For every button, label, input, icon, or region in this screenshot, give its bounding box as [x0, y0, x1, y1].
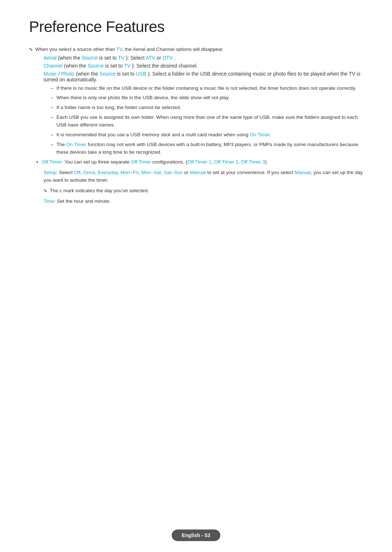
- dash-item-4: – Each USB you use is assigned its own f…: [51, 114, 363, 129]
- channel-text1: (when the: [64, 63, 87, 69]
- bullet-off-timer-text: Off Timer: You can set up three separate…: [42, 158, 267, 166]
- setup-once: Once: [83, 170, 95, 175]
- note1-tv: TV: [116, 47, 122, 52]
- setup-satsun: Sat~Sun: [164, 170, 183, 175]
- setup-everyday: Everyday: [98, 170, 118, 175]
- music-source: Source: [99, 71, 115, 77]
- aerial-source: Source: [82, 55, 98, 61]
- dash-text-3: If a folder name is too long, the folder…: [57, 104, 181, 112]
- note-text-1: When you select a source other than TV, …: [35, 46, 224, 53]
- off-timer-label: Off Timer: [42, 159, 62, 165]
- dash-5: –: [51, 131, 54, 139]
- note2-text: The c mark indicates the day you’ve sele…: [50, 187, 149, 195]
- dash-item-5: – It is recommended that you use a USB m…: [51, 131, 363, 139]
- channel-label: Channel: [44, 63, 62, 69]
- off-timer-1: Off Timer 1: [187, 159, 212, 165]
- channel-source: Source: [87, 63, 103, 69]
- dash-2: –: [51, 94, 54, 102]
- aerial-text3: ): Select: [126, 55, 146, 61]
- setup-off: Off: [74, 170, 81, 175]
- music-usb: USB: [136, 71, 146, 77]
- footer-pill: English - 53: [172, 529, 221, 541]
- off-timer-2: Off Timer 2: [214, 159, 238, 165]
- note-icon-2: ✎: [44, 188, 48, 195]
- music-photo-line: Music / Photo (when the Source is set to…: [44, 71, 363, 82]
- dash-4: –: [51, 114, 54, 121]
- footer: English - 53: [0, 529, 392, 541]
- bullet-dot: •: [36, 159, 38, 165]
- setup-label: Setup: [44, 170, 56, 175]
- channel-tv: TV: [124, 63, 131, 69]
- page-title: Preference Features: [29, 18, 363, 36]
- off-timer-inline: Off Timer: [131, 159, 151, 165]
- music-text1: (when the: [76, 71, 99, 77]
- note-line-2: ✎ The c mark indicates the day you’ve se…: [44, 187, 363, 195]
- aerial-label: Aerial: [44, 55, 57, 61]
- dash-item-2: – When there is only one photo file in t…: [51, 94, 363, 102]
- dash-item-6: – The On Timer function may not work wit…: [51, 141, 363, 156]
- dash6-on-timer: On Timer: [66, 142, 87, 147]
- aerial-text1: (when the: [58, 55, 82, 61]
- page-container: Preference Features ✎ When you select a …: [0, 0, 392, 237]
- time-label: Time: [44, 198, 54, 204]
- aerial-text4: or: [157, 55, 163, 61]
- off-timer-3: Off Timer 3: [241, 159, 265, 165]
- aerial-tv: TV: [118, 55, 124, 61]
- music-label: Music: [44, 71, 57, 77]
- aerial-atv: ATV: [146, 55, 155, 61]
- dash-text-4: Each USB you use is assigned its own fol…: [57, 114, 363, 129]
- channel-text3: ): Select the desired channel.: [132, 63, 197, 69]
- note-icon-1: ✎: [29, 46, 33, 53]
- music-text2: is set to: [117, 71, 136, 77]
- note-line-1: ✎ When you select a source other than TV…: [29, 46, 363, 53]
- dash-text-6: The On Timer function may not work with …: [57, 141, 363, 156]
- dash-text-2: When there is only one photo file in the…: [57, 94, 230, 102]
- dash-1: –: [51, 85, 54, 92]
- aerial-line: Aerial (when the Source is set to TV ): …: [44, 55, 363, 61]
- aerial-text2: is set to: [99, 55, 118, 61]
- setup-manual: Manual: [190, 170, 206, 175]
- setup-para: Setup: Select Off, Once, Everyday, Mon~F…: [44, 169, 363, 184]
- setup-monsat: Mon~Sat: [141, 170, 161, 175]
- dash-6: –: [51, 141, 54, 149]
- setup-manual2: Manual: [295, 170, 311, 175]
- aerial-dtv: DTV: [163, 55, 173, 61]
- dash5-on-timer: On Timer: [250, 132, 270, 137]
- dash-text-5: It is recommended that you use a USB mem…: [57, 131, 271, 139]
- dash-item-1: – If there is no music file on the USB d…: [51, 85, 363, 92]
- time-para: Time: Set the hour and minute.: [44, 198, 363, 205]
- dash-3: –: [51, 104, 54, 112]
- photo-label: Photo: [61, 71, 74, 77]
- dash-text-1: If there is no music file on the USB dev…: [57, 85, 356, 92]
- setup-monfri: Mon~Fri: [121, 170, 139, 175]
- channel-text2: is set to: [105, 63, 124, 69]
- dash-item-3: – If a folder name is too long, the fold…: [51, 104, 363, 112]
- bullet-off-timer: • Off Timer: You can set up three separa…: [36, 158, 363, 166]
- aerial-text5: .: [174, 55, 176, 61]
- channel-line: Channel (when the Source is set to TV ):…: [44, 63, 363, 69]
